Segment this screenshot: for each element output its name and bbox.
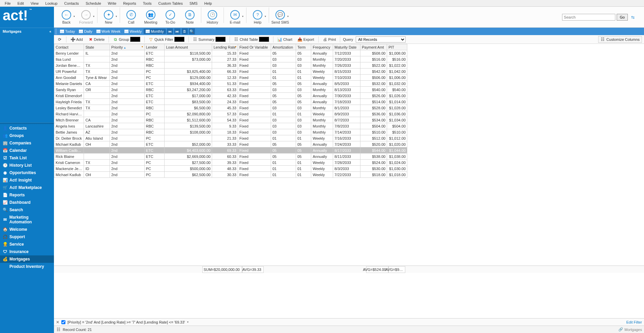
cell[interactable]: 01 bbox=[271, 166, 296, 172]
cell[interactable]: William Cadbury bbox=[54, 147, 84, 154]
cell[interactable]: $1,014.00 bbox=[387, 99, 407, 105]
cell[interactable]: Fixed bbox=[238, 135, 271, 141]
cell[interactable]: Fixed bbox=[238, 105, 271, 111]
cell[interactable]: $17,000.00 bbox=[165, 93, 212, 99]
sidebar-item-contacts[interactable]: 👤Contacts bbox=[0, 124, 54, 132]
cell[interactable]: $508.00 bbox=[360, 50, 387, 56]
sidebar-item-task-list[interactable]: ☑Task List bbox=[0, 154, 54, 162]
cell[interactable]: $1,034.00 bbox=[387, 117, 407, 123]
col-term[interactable]: Term bbox=[296, 44, 311, 50]
cell[interactable]: Melanie Daniels bbox=[54, 81, 84, 87]
quick-filter-button[interactable]: ▽Quick Filter bbox=[147, 36, 186, 43]
view-tab-work-week[interactable]: Work Week bbox=[94, 29, 122, 34]
col-payment-amt[interactable]: Payment Amt bbox=[360, 44, 387, 50]
cell[interactable]: $1,026.00 bbox=[387, 93, 407, 99]
cell[interactable]: OH bbox=[84, 141, 110, 147]
cell[interactable]: 2nd bbox=[110, 81, 144, 87]
cell[interactable]: RBC bbox=[144, 117, 165, 123]
cell[interactable]: Weekly bbox=[311, 68, 333, 75]
cell[interactable]: $4,403,600.00 bbox=[165, 147, 212, 154]
col-state[interactable]: State bbox=[84, 44, 110, 50]
cell[interactable]: 2nd bbox=[110, 166, 144, 172]
cell[interactable]: 2nd bbox=[110, 129, 144, 135]
cell[interactable]: $1,032.00 bbox=[387, 81, 407, 87]
cell[interactable]: $1,008.00 bbox=[387, 50, 407, 56]
cell[interactable]: 7/10/2033 bbox=[333, 75, 360, 81]
cell[interactable]: 03 bbox=[296, 87, 311, 93]
cell[interactable]: $538.00 bbox=[360, 154, 387, 160]
cell[interactable]: 7/16/2033 bbox=[333, 135, 360, 141]
cell[interactable]: Bettie James bbox=[54, 129, 84, 135]
menu-custom-tables[interactable]: Custom Tables bbox=[155, 1, 186, 6]
cell[interactable]: Weekly bbox=[311, 111, 333, 117]
cell[interactable]: Lancashire bbox=[84, 123, 110, 129]
sidebar-item-act-marketplace[interactable]: 🛒Act! Marketplace bbox=[0, 184, 54, 191]
cell[interactable]: PC bbox=[144, 111, 165, 117]
cell[interactable]: $118,500.00 bbox=[165, 50, 212, 56]
child-table-button[interactable]: ☷Child Table bbox=[233, 36, 270, 43]
cell[interactable]: $528.00 bbox=[360, 105, 387, 111]
table-row[interactable]: Ilsa Lund2ndRBC$73,000.0027.33Fixed0303M… bbox=[54, 56, 407, 62]
cell[interactable]: 01 bbox=[296, 166, 311, 172]
edit-filter-link[interactable]: Edit Filter bbox=[626, 320, 642, 324]
cell[interactable] bbox=[84, 93, 110, 99]
toolbar-e-mail-button[interactable]: ✉E-mail▾ bbox=[225, 7, 245, 27]
cell[interactable]: 21.33 bbox=[212, 135, 238, 141]
sidebar-item-search[interactable]: 🔍Search bbox=[0, 206, 54, 214]
cell[interactable]: 2nd bbox=[110, 56, 144, 62]
cell[interactable]: ETC bbox=[144, 141, 165, 147]
cell[interactable]: 01 bbox=[296, 75, 311, 81]
cell[interactable]: Fixed bbox=[238, 56, 271, 62]
cell[interactable]: ETC bbox=[144, 147, 165, 154]
toolbar-meeting-button[interactable]: 👥Meeting bbox=[141, 7, 160, 27]
cell[interactable]: 2nd bbox=[110, 123, 144, 129]
cell[interactable]: Richard Harvison bbox=[54, 111, 84, 117]
cell[interactable]: PC bbox=[144, 166, 165, 172]
cell[interactable]: Ann Goodall bbox=[54, 75, 84, 81]
cell[interactable]: $500,000.00 bbox=[165, 166, 212, 172]
cell[interactable]: 57.33 bbox=[212, 111, 238, 117]
cell[interactable]: $139,500.00 bbox=[165, 123, 212, 129]
cell[interactable]: $1,030.00 bbox=[387, 166, 407, 172]
cell[interactable]: Kristi Elmendorf bbox=[54, 93, 84, 99]
cell[interactable]: 7/30/2033 bbox=[333, 93, 360, 99]
cell[interactable]: 03 bbox=[296, 56, 311, 62]
cell[interactable]: $3,825,400.00 bbox=[165, 68, 212, 75]
cell[interactable]: 2nd bbox=[110, 172, 144, 178]
cell[interactable]: 05 bbox=[271, 141, 296, 147]
cell[interactable]: 27.33 bbox=[212, 56, 238, 62]
table-row[interactable]: Richard Harvison2ndPC$2,090,800.0057.33F… bbox=[54, 111, 407, 117]
table-row[interactable]: Sandy RyanOR2ndRBC$3,247,200.0063.33Fixe… bbox=[54, 87, 407, 93]
table-row[interactable]: William Cadbury2ndETC$4,403,600.0069.33F… bbox=[54, 147, 407, 154]
add-button[interactable]: ➕Add bbox=[69, 36, 84, 43]
calendar-settings-icon[interactable]: 🗓 bbox=[182, 28, 188, 34]
cell[interactable]: 01 bbox=[271, 160, 296, 166]
cell[interactable]: $510.00 bbox=[360, 129, 387, 135]
cell[interactable]: RBC bbox=[144, 129, 165, 135]
nav-first-icon[interactable]: ⏮ bbox=[167, 28, 173, 34]
cell[interactable]: Fixed bbox=[238, 123, 271, 129]
cell[interactable]: 2nd bbox=[110, 62, 144, 68]
cell[interactable]: TX bbox=[84, 105, 110, 111]
cell[interactable]: $1,028.00 bbox=[387, 105, 407, 111]
cell[interactable]: ETC bbox=[144, 93, 165, 99]
cell[interactable]: $1,012.00 bbox=[387, 135, 407, 141]
toolbar-new-button[interactable]: ✦New▾ bbox=[99, 7, 118, 27]
cell[interactable]: Fixed bbox=[238, 75, 271, 81]
cell[interactable]: 36.33 bbox=[212, 62, 238, 68]
table-row[interactable]: Michael KadlubOH2ndPC$62,500.0030.33Fixe… bbox=[54, 172, 407, 178]
cell[interactable]: 01 bbox=[271, 172, 296, 178]
cell[interactable]: 03 bbox=[271, 129, 296, 135]
cell[interactable]: $540.00 bbox=[360, 87, 387, 93]
cell[interactable]: 03 bbox=[271, 105, 296, 111]
cell[interactable]: 60.33 bbox=[212, 154, 238, 160]
cell[interactable]: 8/7/2033 bbox=[333, 117, 360, 123]
col-lender[interactable]: Lender bbox=[144, 44, 165, 50]
cell[interactable]: 2nd bbox=[110, 99, 144, 105]
cell[interactable]: $536.00 bbox=[360, 111, 387, 117]
cell[interactable]: ETC bbox=[144, 50, 165, 56]
cell[interactable]: Fixed bbox=[238, 50, 271, 56]
cell[interactable]: 03 bbox=[296, 62, 311, 68]
cell[interactable]: $108,000.00 bbox=[165, 129, 212, 135]
cell[interactable]: Annually bbox=[311, 50, 333, 56]
